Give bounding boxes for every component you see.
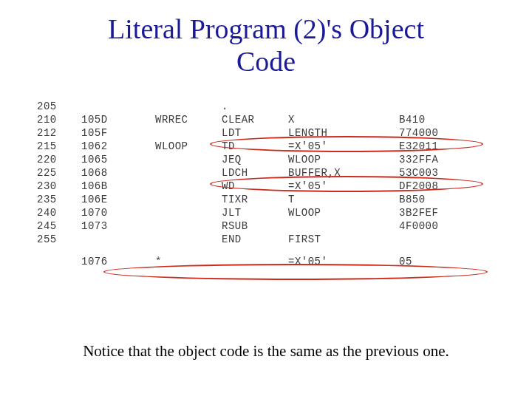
- col-line: 230: [37, 180, 81, 192]
- table-row: 230 106B WD =X'05' DF2008: [37, 180, 510, 193]
- col-object: B410: [399, 114, 510, 126]
- col-label: WRREC: [155, 114, 222, 126]
- col-object: 3B2FEF: [399, 207, 510, 219]
- table-row: 205 .: [37, 100, 510, 113]
- col-arg: T: [288, 194, 399, 205]
- col-opcode: .: [222, 100, 288, 112]
- col-addr: 106B: [81, 180, 155, 192]
- col-addr: 1065: [81, 154, 155, 166]
- col-opcode: LDT: [222, 127, 288, 139]
- table-row: 212 105F LDT LENGTH 774000: [37, 126, 510, 140]
- col-object: B850: [399, 194, 510, 205]
- col-addr: 1068: [81, 167, 155, 179]
- col-arg: FIRST: [288, 233, 399, 245]
- col-opcode: LDCH: [222, 167, 288, 179]
- col-arg: LENGTH: [288, 127, 399, 139]
- table-row: 210 105D WRREC CLEAR X B410: [37, 113, 510, 126]
- table-row: 235 106E TIXR T B850: [37, 193, 510, 206]
- col-addr: 1076: [81, 256, 155, 267]
- col-line: 205: [37, 100, 81, 112]
- col-addr: 105F: [81, 127, 155, 139]
- col-arg: X: [288, 114, 399, 126]
- col-arg: =X'05': [288, 180, 399, 192]
- col-arg: =X'05': [288, 140, 399, 152]
- col-opcode: TD: [222, 140, 288, 152]
- col-line: 240: [37, 207, 81, 219]
- col-opcode: TIXR: [222, 194, 288, 205]
- table-row: 220 1065 JEQ WLOOP 332FFA: [37, 153, 510, 166]
- slide-title: Literal Program (2)'s Object Code: [0, 13, 532, 78]
- col-opcode: JEQ: [222, 154, 288, 166]
- col-addr: 105D: [81, 114, 155, 126]
- col-arg: WLOOP: [288, 207, 399, 219]
- col-opcode: JLT: [222, 207, 288, 219]
- col-object: E32011: [399, 140, 510, 152]
- col-addr: 1062: [81, 140, 155, 152]
- col-opcode: END: [222, 233, 288, 245]
- title-line-1: Literal Program (2)'s Object: [108, 13, 424, 44]
- table-row: 215 1062 WLOOP TD =X'05' E32011: [37, 140, 510, 153]
- col-opcode: RSUB: [222, 220, 288, 232]
- col-arg: WLOOP: [288, 154, 399, 166]
- col-line: 225: [37, 167, 81, 179]
- table-row: 255 END FIRST: [37, 233, 510, 246]
- table-row: 240 1070 JLT WLOOP 3B2FEF: [37, 206, 510, 219]
- col-object: 332FFA: [399, 154, 510, 166]
- col-line: 255: [37, 233, 81, 245]
- col-addr: 106E: [81, 194, 155, 205]
- title-line-2: Code: [236, 46, 296, 77]
- col-line: 210: [37, 114, 81, 126]
- table-row: 245 1073 RSUB 4F0000: [37, 219, 510, 233]
- col-addr: 1073: [81, 220, 155, 232]
- col-line: 220: [37, 154, 81, 166]
- col-arg: =X'05': [288, 256, 399, 267]
- col-addr: 1070: [81, 207, 155, 219]
- col-line: 215: [37, 140, 81, 152]
- table-row: 225 1068 LDCH BUFFER,X 53C003: [37, 166, 510, 180]
- code-listing: 205 . 210 105D WRREC CLEAR X B410 212 10…: [37, 100, 510, 268]
- col-label: *: [155, 256, 222, 267]
- col-line: 235: [37, 194, 81, 205]
- col-object: 53C003: [399, 167, 510, 179]
- col-object: 4F0000: [399, 220, 510, 232]
- col-arg: BUFFER,X: [288, 167, 399, 179]
- col-object: DF2008: [399, 180, 510, 192]
- table-row: 1076 * =X'05' 05: [37, 255, 510, 268]
- col-line: 212: [37, 127, 81, 139]
- col-line: 245: [37, 220, 81, 232]
- col-object: 05: [399, 256, 510, 267]
- col-object: 774000: [399, 127, 510, 139]
- col-opcode: WD: [222, 180, 288, 192]
- caption-text: Notice that the object code is the same …: [0, 342, 532, 361]
- col-opcode: CLEAR: [222, 114, 288, 126]
- col-label: WLOOP: [155, 140, 222, 152]
